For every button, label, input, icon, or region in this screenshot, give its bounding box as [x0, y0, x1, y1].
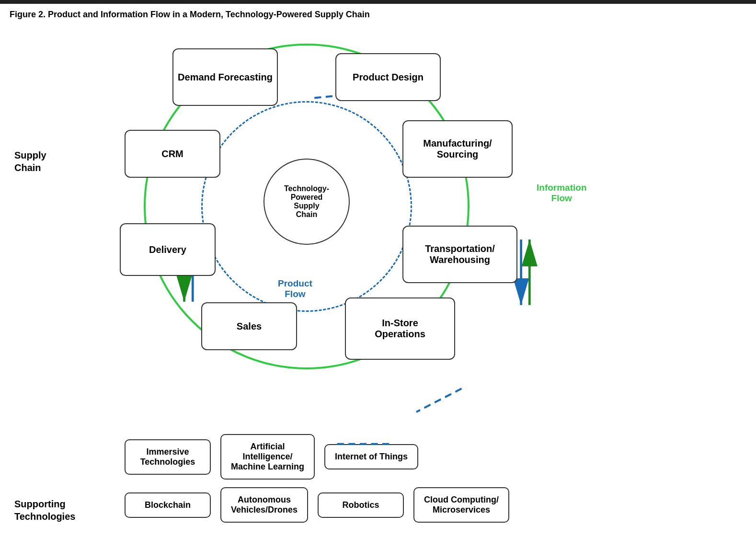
manufacturing-sourcing-box: Manufacturing/Sourcing — [402, 120, 513, 178]
immersive-technologies-box: ImmersiveTechnologies — [125, 439, 211, 475]
supporting-technologies-section: ImmersiveTechnologies ArtificialIntellig… — [125, 434, 756, 523]
robotics-box: Robotics — [318, 492, 404, 518]
sales-label: Sales — [237, 321, 262, 332]
transportation-warehousing-label: Transportation/Warehousing — [425, 243, 495, 265]
center-text: Technology-PoweredSupplyChain — [284, 184, 329, 219]
iot-box: Internet of Things — [324, 444, 418, 469]
crm-label: CRM — [161, 149, 183, 160]
delivery-box: Delivery — [120, 223, 216, 276]
figure-title: Figure 2. Product and Information Flow i… — [0, 4, 756, 20]
demand-forecasting-label: Demand Forecasting — [178, 72, 273, 83]
main-content: SupplyChain SupportingTechnologies Techn… — [0, 20, 756, 532]
in-store-operations-label: In-StoreOperations — [375, 318, 425, 340]
tech-row-1: ImmersiveTechnologies ArtificialIntellig… — [125, 434, 756, 480]
transportation-warehousing-box: Transportation/Warehousing — [402, 226, 517, 283]
tech-row-2: Blockchain AutonomousVehicles/Drones Rob… — [125, 487, 756, 523]
svg-line-9 — [416, 389, 462, 412]
autonomous-vehicles-box: AutonomousVehicles/Drones — [220, 487, 308, 523]
center-circle: Technology-PoweredSupplyChain — [263, 159, 350, 245]
demand-forecasting-box: Demand Forecasting — [172, 48, 278, 106]
supporting-technologies-label: SupportingTechnologies — [14, 498, 77, 523]
left-labels: SupplyChain SupportingTechnologies — [0, 24, 77, 532]
information-flow-label: InformationFlow — [537, 183, 587, 204]
ai-ml-box: ArtificialIntelligence/Machine Learning — [220, 434, 315, 480]
manufacturing-sourcing-label: Manufacturing/Sourcing — [423, 138, 492, 160]
top-border — [0, 0, 756, 4]
product-design-box: Product Design — [335, 53, 441, 101]
delivery-label: Delivery — [149, 244, 186, 255]
blockchain-box: Blockchain — [125, 492, 211, 518]
diagram-area: Technology-PoweredSupplyChain Demand For… — [77, 24, 756, 532]
crm-box: CRM — [125, 130, 220, 178]
in-store-operations-box: In-StoreOperations — [345, 297, 455, 360]
sales-box: Sales — [201, 302, 297, 350]
product-design-label: Product Design — [353, 72, 424, 83]
supply-chain-label: SupplyChain — [14, 149, 77, 174]
cloud-computing-box: Cloud Computing/Microservices — [413, 487, 509, 523]
